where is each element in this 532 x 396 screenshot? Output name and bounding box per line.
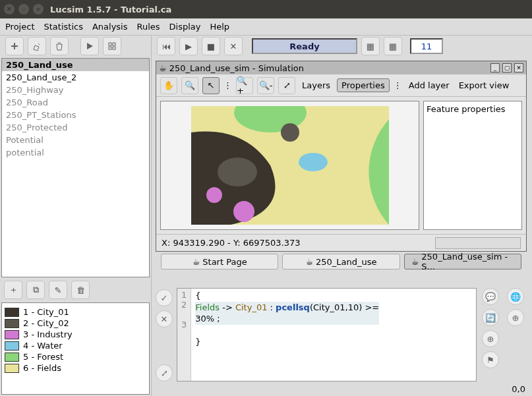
legend-item[interactable]: 5 - Forest xyxy=(5,352,146,362)
pan-tool-icon[interactable]: ✋ xyxy=(160,77,177,94)
stop-button[interactable]: ■ xyxy=(202,37,220,55)
properties-link[interactable]: Properties xyxy=(337,78,390,92)
play-button[interactable]: ▶ xyxy=(179,37,198,55)
tab-start-page[interactable]: ☕Start Page xyxy=(161,254,278,269)
legend-edit-button[interactable]: ✎ xyxy=(49,281,67,299)
layer-item[interactable]: Potential xyxy=(2,134,149,146)
simulation-titlebar[interactable]: ☕ 250_Land_use_sim - Simulation _ ▢ ✕ xyxy=(156,61,526,74)
simulation-title: 250_Land_use_sim - Simulation xyxy=(169,63,304,73)
feature-properties-title: Feature properties xyxy=(427,104,519,114)
menu-display[interactable]: Display xyxy=(169,22,201,32)
tab-land-use-sim[interactable]: ☕250_Land_use_sim - S... xyxy=(404,254,521,269)
simulation-window: ☕ 250_Land_use_sim - Simulation _ ▢ ✕ ✋ … xyxy=(156,61,527,252)
window-title: Lucsim 1.5.7 - Tutorial.ca xyxy=(50,5,171,14)
layers-link[interactable]: Layers xyxy=(299,80,333,90)
window-minimize-button[interactable]: – xyxy=(18,4,29,14)
reject-button[interactable]: ✕ xyxy=(156,310,173,327)
zoom-out-icon[interactable]: 🔍- xyxy=(257,77,274,94)
menu-help[interactable]: Help xyxy=(210,22,229,32)
status-field xyxy=(435,237,521,249)
svg-rect-2 xyxy=(109,47,111,49)
menu-analysis[interactable]: Analysis xyxy=(92,22,128,32)
zoom-tool-icon[interactable]: 🔍 xyxy=(181,77,198,94)
fit-view-icon[interactable]: ⤢ xyxy=(278,77,295,94)
code-text[interactable]: { Fields -> City_01 : pcellsq(City_01,10… xyxy=(191,289,383,381)
add-layer-link[interactable]: Add layer xyxy=(406,80,452,90)
layer-item[interactable]: 250_Land_use xyxy=(2,59,149,71)
layer-item[interactable]: 250_Protected xyxy=(2,121,149,134)
svg-point-10 xyxy=(206,187,222,203)
tab-land-use[interactable]: ☕250_Land_use xyxy=(282,254,399,269)
svg-point-9 xyxy=(233,201,254,222)
legend-panel: 1 - City_01 2 - City_02 3 - Industry 4 -… xyxy=(1,302,150,395)
map-canvas[interactable] xyxy=(160,101,419,230)
sim-minimize-button[interactable]: _ xyxy=(490,63,500,72)
globe-target-button[interactable]: ⊕ xyxy=(507,309,524,326)
map-render xyxy=(191,106,389,225)
svg-rect-1 xyxy=(113,43,115,45)
code-editor[interactable]: 1 2 3 { Fields -> City_01 : pcellsq(City… xyxy=(177,288,477,382)
feature-properties-panel: Feature properties xyxy=(423,101,522,230)
rewind-button[interactable]: ⏮ xyxy=(157,37,175,55)
menu-statistics[interactable]: Statistics xyxy=(44,22,82,32)
zoom-in-icon[interactable]: 🔍+ xyxy=(236,77,253,94)
accept-button[interactable]: ✓ xyxy=(156,289,173,306)
reload-button[interactable]: 🔄 xyxy=(482,309,499,326)
legend-item[interactable]: 4 - Water xyxy=(5,341,146,351)
window-close-button[interactable]: ✕ xyxy=(4,4,15,14)
layer-item[interactable]: 250_Highway xyxy=(2,84,149,96)
cancel-button[interactable]: ✕ xyxy=(224,37,243,55)
layer-item[interactable]: 250_Land_use_2 xyxy=(2,71,149,84)
svg-point-8 xyxy=(299,153,328,171)
grid-button[interactable] xyxy=(103,37,121,55)
page-icon: ☕ xyxy=(192,257,200,267)
legend-item[interactable]: 6 - Fields xyxy=(5,363,146,373)
add-button[interactable] xyxy=(5,37,24,55)
expand-editor-button[interactable]: ⤢ xyxy=(156,364,173,382)
color-swatch xyxy=(5,330,19,339)
snap-button-2[interactable]: ▦ xyxy=(384,37,402,55)
window-titlebar: ✕ – ＋ Lucsim 1.5.7 - Tutorial.ca xyxy=(0,0,532,18)
svg-rect-0 xyxy=(109,43,111,45)
line-gutter: 1 2 3 xyxy=(177,289,191,381)
legend-item[interactable]: 1 - City_01 xyxy=(5,307,146,317)
layer-item[interactable]: potential xyxy=(2,146,149,159)
comment-button[interactable]: 💬 xyxy=(482,288,499,305)
window-maximize-button[interactable]: ＋ xyxy=(33,4,44,14)
sim-close-button[interactable]: ✕ xyxy=(514,63,523,72)
run-button[interactable] xyxy=(80,37,99,55)
color-swatch xyxy=(5,364,19,373)
legend-duplicate-button[interactable]: ⧉ xyxy=(26,281,45,299)
edit-button[interactable] xyxy=(28,37,46,55)
svg-point-7 xyxy=(281,123,299,142)
coordinates-readout: X: 943319.290 - Y: 6697503.373 xyxy=(162,238,301,248)
menu-bar: Project Statistics Analysis Rules Displa… xyxy=(0,18,532,36)
delete-button[interactable] xyxy=(50,37,69,55)
page-icon: ☕ xyxy=(305,257,313,267)
layer-item[interactable]: 250_PT_Stations xyxy=(2,109,149,121)
status-ready: Ready xyxy=(252,38,357,54)
svg-rect-3 xyxy=(113,47,115,49)
menu-rules[interactable]: Rules xyxy=(136,22,160,32)
legend-add-button[interactable]: ＋ xyxy=(4,281,22,299)
snap-button-1[interactable]: ▦ xyxy=(361,37,380,55)
page-icon: ☕ xyxy=(411,257,419,267)
filter-button[interactable]: ⚑ xyxy=(482,351,499,368)
color-swatch xyxy=(5,341,19,351)
export-view-link[interactable]: Export view xyxy=(456,80,512,90)
select-tool-icon[interactable]: ↖ xyxy=(202,77,220,94)
legend-item[interactable]: 2 - City_02 xyxy=(5,318,146,328)
globe-button[interactable]: 🌐 xyxy=(507,288,524,305)
legend-delete-button[interactable]: 🗑 xyxy=(71,281,90,299)
legend-toolbar: ＋ ⧉ ✎ 🗑 xyxy=(0,279,151,301)
iteration-counter[interactable]: 11 xyxy=(410,38,443,54)
sim-maximize-button[interactable]: ▢ xyxy=(502,63,512,72)
coffee-icon: ☕ xyxy=(159,63,167,73)
layer-item[interactable]: 250_Road xyxy=(2,96,149,109)
svg-point-6 xyxy=(218,157,257,186)
cursor-position: 0,0 xyxy=(512,384,525,396)
target-button[interactable]: ⊕ xyxy=(482,330,499,347)
menu-project[interactable]: Project xyxy=(5,22,34,32)
legend-item[interactable]: 3 - Industry xyxy=(5,329,146,339)
document-tabs: ☕Start Page ☕250_Land_use ☕250_Land_use_… xyxy=(156,252,527,271)
